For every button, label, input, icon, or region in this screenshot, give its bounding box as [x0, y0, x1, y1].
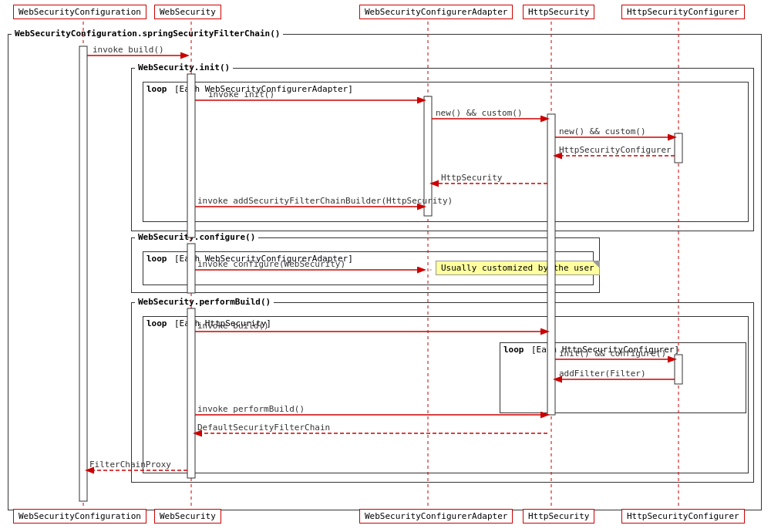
loop-guard-1: [Each WebSecurityConfigurerAdapter] — [174, 84, 353, 94]
lifeline-box-wsca-bottom: WebSecurityConfigurerAdapter — [359, 509, 513, 524]
loop-label-1: loop — [146, 84, 167, 94]
loop-guard-4: [Each HttpSecurityConfigurer] — [531, 345, 679, 355]
frame-label-init: WebSecurity.init() — [135, 62, 233, 72]
lifeline-box-ws: WebSecurity — [154, 5, 221, 19]
lifeline-box-wsca: WebSecurityConfigurerAdapter — [359, 5, 513, 19]
loop-box-4: loop [Each HttpSecurityConfigurer] — [500, 342, 746, 413]
lifeline-box-hsc: HttpSecurityConfigurer — [621, 5, 745, 19]
loop-guard-2: [Each WebSecurityConfigurerAdapter] — [174, 254, 353, 264]
note-text: Usually customized by the user — [441, 263, 594, 273]
diagram-container: WebSecurityConfiguration WebSecurity Web… — [0, 0, 771, 532]
lifeline-box-ws-bottom: WebSecurity — [154, 509, 221, 524]
loop-guard-3: [Each HttpSecurity] — [174, 318, 271, 328]
lifeline-box-wsc: WebSecurityConfiguration — [13, 5, 146, 19]
frame-label-perform-build: WebSecurity.performBuild() — [135, 297, 274, 307]
loop-label-4: loop — [503, 345, 524, 355]
note-usually-customized: Usually customized by the user — [436, 261, 600, 275]
frame-label-spring: WebSecurityConfiguration.springSecurityF… — [12, 29, 283, 39]
frame-label-configure: WebSecurity.configure() — [135, 232, 258, 242]
lifeline-box-hs: HttpSecurity — [523, 5, 594, 19]
lifeline-box-hsc-bottom: HttpSecurityConfigurer — [621, 509, 745, 524]
lifeline-box-wsc-bottom: WebSecurityConfiguration — [13, 509, 146, 524]
loop-label-3: loop — [146, 318, 167, 328]
loop-box-1: loop [Each WebSecurityConfigurerAdapter] — [143, 82, 749, 222]
loop-label-2: loop — [146, 254, 167, 264]
lifeline-box-hs-bottom: HttpSecurity — [523, 509, 594, 524]
